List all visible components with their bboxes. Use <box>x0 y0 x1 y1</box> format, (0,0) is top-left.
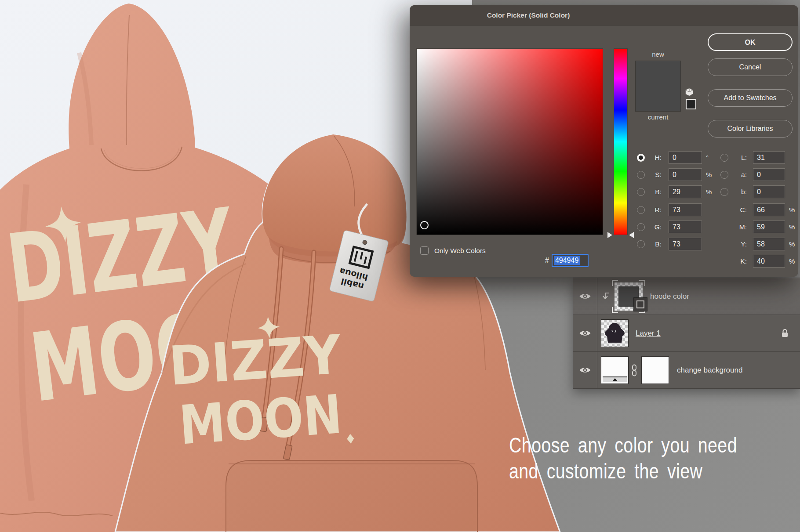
layer-mask-thumbnail[interactable] <box>641 356 669 384</box>
photoshop-canvas: DIZZY MOON <box>0 0 800 532</box>
radio-g[interactable] <box>637 223 645 231</box>
color-libraries-button[interactable]: Color Libraries <box>708 120 793 138</box>
layer-name[interactable]: change background <box>677 366 742 375</box>
radio-l[interactable] <box>720 154 728 162</box>
new-current-swatch[interactable] <box>635 61 681 112</box>
radio-r[interactable] <box>637 206 645 214</box>
black-row: K: 40 % <box>720 255 798 268</box>
field-label: R: <box>649 206 662 214</box>
yellow-row: Y: 58 % <box>720 238 798 250</box>
l-input[interactable]: 31 <box>753 151 785 164</box>
brightness-row: B: 29 % <box>637 185 715 198</box>
hue-row: H: 0 ° <box>637 151 715 164</box>
only-web-colors-row: Only Web Colors <box>420 246 486 255</box>
cyan-row: C: 66 % <box>720 203 798 216</box>
clipping-mask-arrow-icon <box>602 292 611 304</box>
web-safe-color-swatch[interactable] <box>686 99 696 109</box>
field-label: b: <box>731 188 747 196</box>
blue-row: B: 73 <box>637 238 715 250</box>
only-web-colors-checkbox[interactable] <box>420 246 429 255</box>
lab-a-row: a: 0 <box>720 168 798 181</box>
field-unit: % <box>789 240 798 248</box>
transform-badge-icon <box>633 297 647 311</box>
link-icon <box>631 364 638 379</box>
radio-a[interactable] <box>720 171 728 179</box>
caption-line-1: Choose any color you need <box>509 432 737 458</box>
radio-b[interactable] <box>637 188 645 196</box>
saturation-brightness-field[interactable] <box>416 48 603 235</box>
new-color-label: new <box>638 51 678 58</box>
layer-thumbnail[interactable] <box>601 319 629 347</box>
layer-row-layer-1[interactable]: Layer 1 <box>573 315 800 352</box>
radio-h[interactable] <box>637 154 645 162</box>
add-to-swatches-button[interactable]: Add to Swatches <box>708 89 793 107</box>
field-unit: ° <box>706 154 715 161</box>
caption: Choose any color you need and customize … <box>509 432 737 484</box>
saturation-row: S: 0 % <box>637 168 715 181</box>
field-label: Y: <box>731 240 747 248</box>
red-row: R: 73 <box>637 203 715 216</box>
color-field-marker[interactable] <box>420 221 429 229</box>
green-row: G: 73 <box>637 221 715 233</box>
field-label: G: <box>649 223 662 231</box>
hue-slider-thumb-left[interactable] <box>607 232 612 238</box>
hex-input[interactable]: 494949 <box>552 254 589 267</box>
cancel-button[interactable]: Cancel <box>708 58 793 76</box>
s-input[interactable]: 0 <box>669 168 702 181</box>
a-input[interactable]: 0 <box>753 168 785 181</box>
selection-corner <box>612 280 618 286</box>
selection-corner <box>639 280 645 286</box>
k-input[interactable]: 40 <box>753 255 785 268</box>
radio-lab-b[interactable] <box>720 188 728 196</box>
h-input[interactable]: 0 <box>669 151 702 164</box>
hex-prefix: # <box>545 257 549 264</box>
layers-panel: hoode color Layer 1 <box>573 278 800 389</box>
lab-l-row: L: 31 <box>720 151 798 164</box>
field-unit: % <box>706 188 715 195</box>
layer-row-hoode-color[interactable]: hoode color <box>573 278 800 315</box>
y-input[interactable]: 58 <box>753 238 785 250</box>
field-unit: % <box>706 171 715 178</box>
web-color-warning-cube-icon[interactable] <box>684 87 695 99</box>
layer-row-change-background[interactable]: change background <box>573 352 800 389</box>
dialog-titlebar[interactable]: Color Picker (Solid Color) <box>410 5 798 25</box>
layer-name[interactable]: Layer 1 <box>636 329 661 338</box>
field-unit: % <box>789 223 798 231</box>
r-input[interactable]: 73 <box>669 203 702 216</box>
visibility-toggle[interactable] <box>573 315 597 351</box>
field-unit: % <box>789 206 798 214</box>
current-color-label: current <box>638 113 678 121</box>
field-label: a: <box>731 171 747 179</box>
visibility-toggle[interactable] <box>573 352 597 388</box>
b-input[interactable]: 29 <box>669 185 702 198</box>
radio-s[interactable] <box>637 171 645 179</box>
hue-slider[interactable] <box>614 48 628 235</box>
m-input[interactable]: 59 <box>753 221 785 233</box>
hue-slider-thumb-right[interactable] <box>629 232 634 238</box>
field-label: H: <box>649 154 662 162</box>
field-label: B: <box>649 188 662 196</box>
layer-name[interactable]: hoode color <box>650 292 689 301</box>
g-input[interactable]: 73 <box>669 221 702 233</box>
c-input[interactable]: 66 <box>753 203 785 216</box>
hex-row: # 494949 <box>545 254 589 267</box>
color-picker-dialog: Color Picker (Solid Color) new current O… <box>410 5 798 277</box>
lab-b-input[interactable]: 0 <box>753 185 785 198</box>
adjustment-slider-icon <box>603 376 627 382</box>
ok-button[interactable]: OK <box>708 33 793 51</box>
radio-blue[interactable] <box>637 240 645 248</box>
blue-input[interactable]: 73 <box>669 238 702 250</box>
eye-icon <box>579 293 591 300</box>
lab-b-row: b: 0 <box>720 185 798 198</box>
front-print-line2: MOON <box>177 383 344 456</box>
selection-corner <box>612 307 618 313</box>
field-label: S: <box>649 171 662 179</box>
field-label: L: <box>731 154 747 162</box>
caption-line-2: and customize the view <box>509 458 737 484</box>
field-label: K: <box>731 257 747 265</box>
visibility-toggle[interactable] <box>573 278 597 315</box>
field-label: B: <box>649 240 662 248</box>
field-label: M: <box>731 223 747 231</box>
hex-selected-text: 494949 <box>554 256 580 265</box>
adjustment-layer-thumbnail[interactable] <box>601 356 629 384</box>
